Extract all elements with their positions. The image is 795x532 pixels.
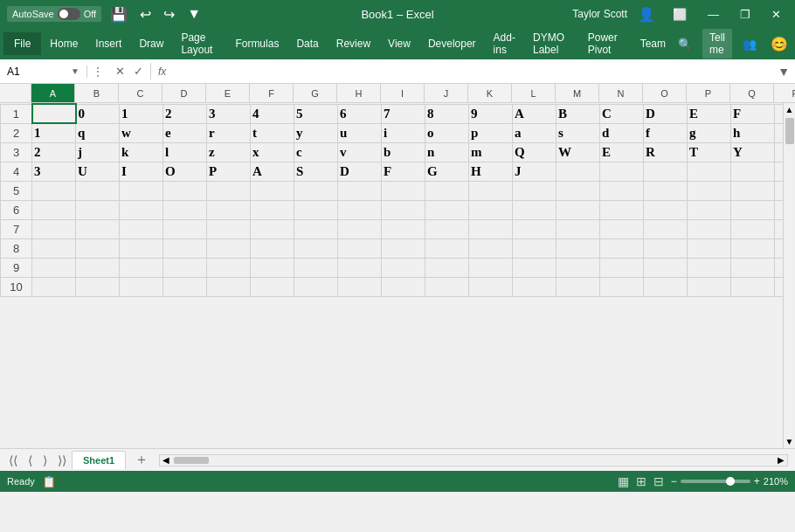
menu-draw[interactable]: Draw (130, 32, 172, 55)
account-icon[interactable]: 👤 (634, 3, 659, 26)
redo-icon[interactable]: ↪ (160, 3, 178, 26)
cell-G1[interactable]: 5 (294, 104, 338, 123)
menu-insert[interactable]: Insert (86, 32, 130, 55)
cell-P3[interactable]: T (688, 142, 731, 162)
zoom-in-icon[interactable]: + (754, 475, 760, 487)
col-header-A[interactable]: A (31, 84, 75, 102)
cell-K6[interactable] (469, 200, 513, 219)
menu-home[interactable]: Home (41, 32, 86, 55)
cell-P8[interactable] (688, 238, 731, 258)
cell-A1[interactable] (32, 104, 76, 123)
cell-O6[interactable] (644, 200, 688, 219)
cell-F6[interactable] (251, 200, 294, 219)
cell-H6[interactable] (338, 200, 382, 219)
cell-O10[interactable] (644, 277, 688, 296)
cell-K9[interactable] (469, 258, 513, 277)
cell-Q2[interactable]: h (731, 123, 775, 142)
cell-Q5[interactable] (731, 181, 775, 200)
cell-N10[interactable] (600, 277, 644, 296)
cell-M1[interactable]: B (556, 104, 600, 123)
cell-H3[interactable]: v (338, 142, 382, 162)
cell-F3[interactable]: x (251, 142, 294, 162)
cell-I9[interactable] (382, 258, 425, 277)
cell-L1[interactable]: A (513, 104, 556, 123)
cell-L6[interactable] (513, 200, 556, 219)
cell-J9[interactable] (425, 258, 469, 277)
row-num-5[interactable]: 5 (1, 181, 32, 200)
enter-formula-button[interactable]: ✓ (130, 63, 147, 79)
cell-F7[interactable] (251, 219, 294, 238)
cell-D2[interactable]: e (163, 123, 207, 142)
row-num-9[interactable]: 9 (1, 258, 32, 277)
cell-E10[interactable] (207, 277, 251, 296)
cell-K7[interactable] (469, 219, 513, 238)
cell-F8[interactable] (251, 238, 294, 258)
cell-F2[interactable]: t (251, 123, 294, 142)
cell-O2[interactable]: f (644, 123, 688, 142)
cell-O4[interactable] (644, 162, 688, 181)
cell-P6[interactable] (688, 200, 731, 219)
menu-developer[interactable]: Developer (419, 32, 485, 55)
cell-O5[interactable] (644, 181, 688, 200)
col-header-H[interactable]: H (337, 84, 381, 102)
cell-N2[interactable]: d (600, 123, 644, 142)
row-num-10[interactable]: 10 (1, 277, 32, 296)
cell-N5[interactable] (600, 181, 644, 200)
cell-J5[interactable] (425, 181, 469, 200)
cell-L7[interactable] (513, 219, 556, 238)
cell-P4[interactable] (688, 162, 731, 181)
cell-O9[interactable] (644, 258, 688, 277)
cell-F5[interactable] (251, 181, 294, 200)
normal-view-button[interactable]: ▦ (618, 474, 629, 488)
cell-E8[interactable] (207, 238, 251, 258)
cell-B1[interactable]: 0 (76, 104, 120, 123)
cell-H8[interactable] (338, 238, 382, 258)
cell-B9[interactable] (76, 258, 120, 277)
cell-P5[interactable] (688, 181, 731, 200)
cell-K5[interactable] (469, 181, 513, 200)
name-box-dropdown-icon[interactable]: ▼ (71, 66, 80, 76)
cell-G7[interactable] (294, 219, 338, 238)
ribbon-display-icon[interactable]: ⬜ (666, 4, 694, 24)
cell-K1[interactable]: 9 (469, 104, 513, 123)
cell-J7[interactable] (425, 219, 469, 238)
emoji-icon[interactable]: 😊 (767, 32, 792, 56)
cell-M6[interactable] (556, 200, 600, 219)
col-header-P[interactable]: P (687, 84, 730, 102)
menu-team[interactable]: Team (632, 32, 674, 55)
cell-N8[interactable] (600, 238, 644, 258)
cell-B6[interactable] (76, 200, 120, 219)
scroll-up-btn[interactable]: ▲ (784, 103, 795, 116)
cell-J10[interactable] (425, 277, 469, 296)
col-header-L[interactable]: L (512, 84, 556, 102)
cell-K8[interactable] (469, 238, 513, 258)
cell-G4[interactable]: S (294, 162, 338, 181)
cell-M4[interactable] (556, 162, 600, 181)
hscroll-left-btn[interactable]: ◀ (160, 455, 172, 465)
add-sheet-button[interactable]: ＋ (128, 447, 156, 473)
cell-E2[interactable]: r (207, 123, 251, 142)
cell-L2[interactable]: a (513, 123, 556, 142)
sheet-nav-first[interactable]: ⟨⟨ (3, 452, 23, 469)
cell-B5[interactable] (76, 181, 120, 200)
cell-K2[interactable]: p (469, 123, 513, 142)
cell-D5[interactable] (163, 181, 207, 200)
cell-O8[interactable] (644, 238, 688, 258)
cell-Q3[interactable]: Y (731, 142, 775, 162)
cell-D6[interactable] (163, 200, 207, 219)
cell-F9[interactable] (251, 258, 294, 277)
cell-N3[interactable]: E (600, 142, 644, 162)
col-header-N[interactable]: N (599, 84, 643, 102)
cell-C3[interactable]: k (120, 142, 163, 162)
cell-F10[interactable] (251, 277, 294, 296)
cancel-formula-button[interactable]: ✕ (112, 63, 128, 79)
cell-A2[interactable]: 1 (32, 123, 76, 142)
cell-E9[interactable] (207, 258, 251, 277)
menu-formulas[interactable]: Formulas (226, 32, 287, 55)
menu-dymo[interactable]: DYMO Label (524, 26, 579, 61)
autosave-toggle[interactable]: AutoSave Off (7, 6, 101, 22)
cell-M10[interactable] (556, 277, 600, 296)
sheet-nav-next[interactable]: ⟩ (38, 452, 52, 469)
cell-Q1[interactable]: F (731, 104, 775, 123)
cell-M5[interactable] (556, 181, 600, 200)
